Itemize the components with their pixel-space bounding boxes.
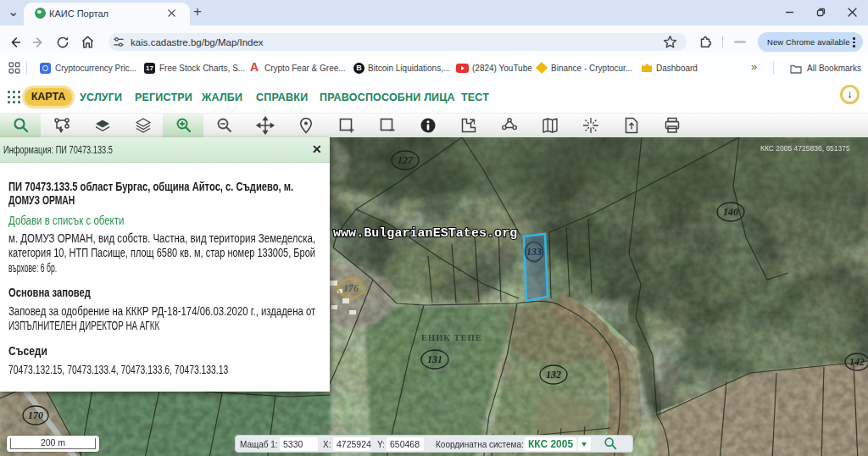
- svg-text:127: 127: [398, 154, 414, 166]
- svg-text:131: 131: [427, 353, 442, 365]
- svg-text:133: 133: [526, 246, 542, 258]
- svg-text:176: 176: [343, 282, 359, 294]
- svg-text:170: 170: [28, 409, 43, 421]
- svg-text:132: 132: [546, 369, 561, 381]
- svg-text:142: 142: [849, 356, 865, 368]
- svg-text:ЕНИК ТЕПЕ: ЕНИК ТЕПЕ: [421, 333, 482, 342]
- svg-text:140: 140: [723, 206, 738, 218]
- svg-text:www.BulgarianESTates.org: www.BulgarianESTates.org: [333, 226, 517, 241]
- svg-text:ККС 2005 4725836, 651375: ККС 2005 4725836, 651375: [760, 144, 850, 153]
